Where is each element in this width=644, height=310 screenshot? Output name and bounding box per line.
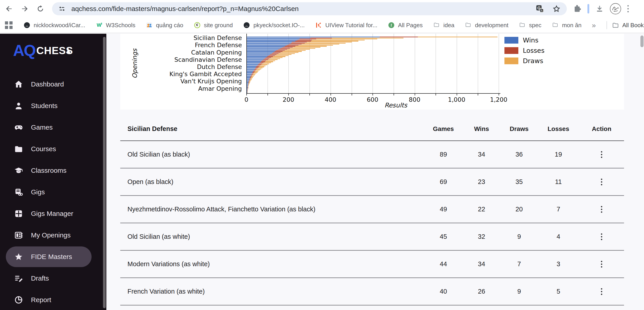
apps-grid-icon[interactable]: [5, 21, 12, 29]
stacked-bar: [247, 74, 255, 75]
browser-toolbar: aqchess.com/fide-masters/magnus-carlsen/…: [0, 0, 644, 18]
downloads-icon[interactable]: [595, 4, 604, 13]
stacked-bar: [247, 91, 248, 92]
gridline: [498, 34, 499, 93]
bookmarks-overflow-icon[interactable]: »: [592, 21, 596, 30]
url-text[interactable]: aqchess.com/fide-masters/magnus-carlsen/…: [71, 5, 299, 13]
sidebar-item-label: Gigs: [31, 188, 45, 196]
openings-table: Sicilian Defense GamesWinsDrawsLossesAct…: [120, 117, 624, 305]
openings-results-chart: Openings Sicilian DefenseFrench DefenseC…: [120, 34, 624, 110]
legend-swatch: [504, 37, 518, 44]
bookmark-item[interactable]: development: [465, 22, 508, 29]
losses-value: 19: [538, 151, 579, 158]
sidebar-item-label: Gigs Manager: [31, 210, 73, 217]
translate-icon[interactable]: G A: [536, 4, 544, 13]
stacked-bar: [247, 57, 282, 58]
bookmark-item[interactable]: mon ăn: [552, 22, 582, 29]
draws-value: 36: [500, 151, 538, 158]
bookmark-label: All Pages: [398, 22, 423, 29]
bookmark-label: pkyeck/socket.IO-...: [253, 22, 304, 29]
row-actions-menu-icon[interactable]: [600, 177, 604, 187]
reload-icon[interactable]: [36, 4, 45, 14]
sidebar-item-gigs[interactable]: Gigs: [6, 182, 92, 202]
back-icon[interactable]: [4, 4, 14, 14]
site-info-icon[interactable]: [58, 5, 66, 13]
gridline: [436, 34, 436, 93]
sidebar-item-my-openings[interactable]: My Openings: [6, 225, 92, 245]
app-logo[interactable]: AQ ♟ CHESS: [13, 43, 73, 58]
star-icon: [14, 252, 23, 261]
bookmark-item[interactable]: W3W3Schools: [96, 22, 136, 29]
games-value: 69: [424, 178, 462, 186]
openings-icon: [14, 230, 23, 240]
x-tick-mark: [415, 94, 415, 96]
bookmark-label: W3Schools: [106, 22, 136, 29]
opening-name: Old Sicilian (as white): [120, 233, 424, 240]
sidebar-item-fide-masters[interactable]: FIDE Masters: [6, 246, 92, 267]
bookmark-item[interactable]: quảng cáo: [146, 22, 183, 29]
x-tick-mark: [352, 94, 352, 96]
row-actions-menu-icon[interactable]: [600, 232, 604, 241]
page-scrollbar[interactable]: [640, 36, 644, 47]
bookmark-label: mon ăn: [562, 22, 582, 29]
x-tick-mark: [457, 94, 457, 96]
opening-name: Open (as black): [120, 178, 424, 186]
wins-value: 26: [462, 288, 500, 295]
stacked-bar: [247, 49, 310, 50]
bookmark-item[interactable]: UIView Tutorial for...: [315, 22, 378, 29]
browser-menu-icon[interactable]: [626, 4, 630, 13]
stacked-bar: [247, 50, 306, 51]
stacked-bar: [247, 78, 252, 79]
wins-value: 34: [462, 151, 500, 158]
bookmark-label: UIView Tutorial for...: [325, 22, 378, 29]
chart-category-label: Catalan Opening: [191, 50, 242, 56]
x-tick-label: 0: [231, 96, 262, 103]
extensions-puzzle-icon[interactable]: [573, 4, 582, 13]
stacked-bar: [247, 39, 377, 39]
bookmark-star-icon[interactable]: [552, 4, 561, 13]
row-actions-menu-icon[interactable]: [600, 259, 604, 269]
grid-icon: [14, 209, 23, 218]
row-actions-menu-icon[interactable]: [600, 205, 604, 214]
sidebar-item-courses[interactable]: Courses: [6, 139, 92, 159]
sidebar-item-games[interactable]: Games: [6, 117, 92, 138]
forward-icon[interactable]: [20, 4, 30, 14]
sidebar-item-dashboard[interactable]: Dashboard: [6, 74, 92, 95]
stacked-bar: [247, 37, 498, 37]
stacked-bar: [247, 65, 267, 65]
pawn-icon: ♟: [65, 47, 71, 55]
column-header-draws: Draws: [500, 125, 538, 133]
bookmark-item[interactable]: spec: [519, 22, 542, 29]
x-tick-mark: [436, 94, 436, 96]
sidebar-item-label: Report: [31, 296, 51, 304]
sidebar-item-drafts[interactable]: Drafts: [6, 268, 92, 289]
sidebar-item-students[interactable]: Students: [6, 96, 92, 116]
losses-value: 7: [538, 206, 579, 213]
wins-value: 22: [462, 206, 500, 213]
losses-value: 4: [538, 233, 579, 240]
stacked-bar: [247, 44, 339, 45]
bookmark-item[interactable]: nicklockwood/iCar...: [23, 22, 85, 29]
sidebar-scrollbar[interactable]: [103, 37, 106, 308]
bookmark-item[interactable]: idea: [433, 22, 454, 29]
bookmark-item[interactable]: fAll Pages: [388, 22, 423, 29]
profile-avatar[interactable]: [610, 3, 622, 15]
sidebar-item-gigs-manager[interactable]: Gigs Manager: [6, 203, 92, 224]
stacked-bar: [247, 61, 275, 61]
bookmark-item[interactable]: pkyeck/socket.IO-...: [243, 22, 304, 29]
bookmark-item[interactable]: site ground: [194, 22, 233, 29]
gridline: [478, 34, 478, 93]
all-bookmarks-button[interactable]: All Bookmarks: [612, 22, 644, 29]
stacked-bar: [247, 90, 248, 91]
stacked-bar: [247, 43, 346, 44]
legend-entry: Losses: [504, 45, 544, 56]
games-value: 44: [424, 260, 462, 268]
table-row: Nyezhmetdinov-Rossolimo Attack, Fianchet…: [120, 196, 624, 223]
address-bar[interactable]: aqchess.com/fide-masters/magnus-carlsen/…: [52, 2, 567, 15]
sidebar-item-classrooms[interactable]: Classrooms: [6, 160, 92, 181]
row-actions-menu-icon[interactable]: [600, 150, 604, 159]
stacked-bar: [247, 89, 248, 90]
stacked-bar: [247, 86, 248, 87]
sidebar-item-report[interactable]: Report: [6, 289, 92, 310]
row-actions-menu-icon[interactable]: [600, 287, 604, 296]
